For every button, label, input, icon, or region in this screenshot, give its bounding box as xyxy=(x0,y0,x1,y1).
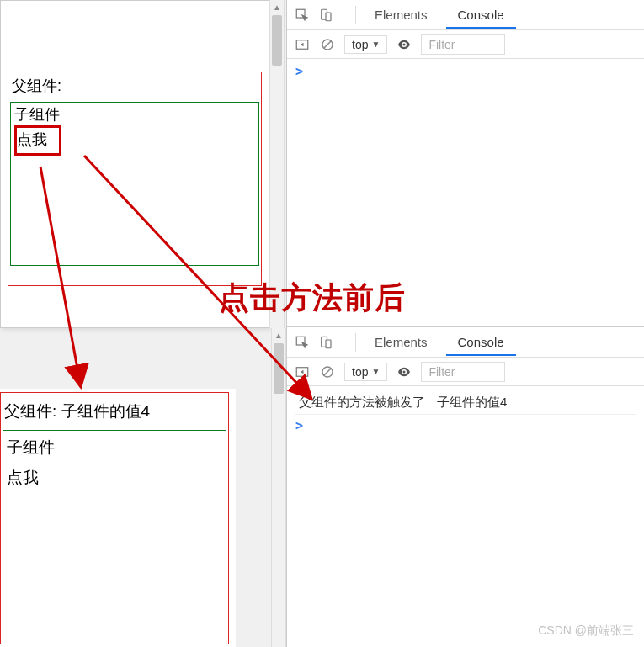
filter-input[interactable]: Filter xyxy=(421,34,505,55)
clear-console-icon[interactable] xyxy=(319,36,336,53)
tab-console[interactable]: Console xyxy=(446,328,516,356)
console-prompt-icon: > xyxy=(295,64,303,79)
rendered-page-after: 父组件: 子组件的值4 子组件 点我 xyxy=(0,389,236,647)
console-toolbar: top ▼ Filter xyxy=(287,30,644,59)
scroll-thumb[interactable] xyxy=(274,343,284,394)
live-expression-icon[interactable] xyxy=(396,363,412,380)
chevron-down-icon: ▼ xyxy=(371,367,380,376)
log-message: 父组件的方法被触发了 xyxy=(299,395,425,411)
click-button-highlight: 点我 xyxy=(14,125,61,155)
console-toolbar: top ▼ Filter xyxy=(287,358,644,386)
filter-input[interactable]: Filter xyxy=(421,362,505,382)
device-toggle-icon[interactable] xyxy=(317,7,334,24)
parent-label-after: 父组件: 子组件的值4 xyxy=(1,395,228,430)
click-me-button[interactable]: 点我 xyxy=(17,130,51,151)
filter-placeholder: Filter xyxy=(428,365,455,379)
svg-rect-2 xyxy=(326,13,331,21)
context-selector[interactable]: top ▼ xyxy=(344,35,387,54)
parent-label: 父组件: xyxy=(8,74,261,100)
tab-console[interactable]: Console xyxy=(446,1,516,29)
sidebar-toggle-icon[interactable] xyxy=(294,36,311,53)
log-value: 子组件的值4 xyxy=(437,395,507,411)
child-component-box-after: 子组件 点我 xyxy=(3,430,226,623)
parent-component-box-after: 父组件: 子组件的值4 子组件 点我 xyxy=(0,392,229,644)
devtools-tabbar: Elements Console xyxy=(287,0,644,30)
scroll-up-icon[interactable]: ▲ xyxy=(272,328,285,342)
console-body[interactable]: 父组件的方法被触发了 子组件的值4 > xyxy=(287,386,644,438)
chevron-down-icon: ▼ xyxy=(371,40,380,49)
parent-component-box: 父组件: 子组件 点我 xyxy=(8,72,262,286)
page-scrollbar-bottom[interactable]: ▲ xyxy=(271,328,286,647)
inspect-element-icon[interactable] xyxy=(294,334,311,351)
scroll-up-icon[interactable]: ▲ xyxy=(270,0,284,13)
watermark: CSDN @前端张三 xyxy=(538,623,634,639)
device-toggle-icon[interactable] xyxy=(317,334,334,351)
svg-line-12 xyxy=(324,368,332,375)
tab-divider xyxy=(341,6,356,24)
svg-point-13 xyxy=(403,370,406,373)
click-me-button-after[interactable]: 点我 xyxy=(7,463,42,493)
tab-elements[interactable]: Elements xyxy=(363,328,439,356)
console-log-row: 父组件的方法被触发了 子组件的值4 xyxy=(295,391,636,415)
live-expression-icon[interactable] xyxy=(396,36,412,53)
console-body[interactable]: > xyxy=(287,59,644,84)
child-label: 子组件 xyxy=(14,104,255,125)
svg-rect-9 xyxy=(326,340,331,348)
annotation-text: 点击方法前后 xyxy=(219,278,406,319)
devtools-after: Elements Console top ▼ Filter 父组件的方法被触发了… xyxy=(286,326,644,647)
devtools-tabbar: Elements Console xyxy=(287,327,644,358)
child-component-box: 子组件 点我 xyxy=(10,102,259,266)
context-label: top xyxy=(352,38,368,51)
sidebar-toggle-icon[interactable] xyxy=(294,363,311,380)
svg-line-5 xyxy=(324,40,332,48)
clear-console-icon[interactable] xyxy=(319,363,336,380)
child-label-after: 子组件 xyxy=(7,432,222,463)
svg-point-6 xyxy=(403,43,406,45)
context-selector[interactable]: top ▼ xyxy=(344,363,387,381)
filter-placeholder: Filter xyxy=(428,38,455,51)
context-label: top xyxy=(352,365,368,379)
scroll-thumb[interactable] xyxy=(272,15,282,66)
console-prompt-icon: > xyxy=(295,418,303,433)
tab-elements[interactable]: Elements xyxy=(363,1,439,29)
inspect-element-icon[interactable] xyxy=(294,7,311,24)
tab-divider xyxy=(341,333,356,352)
